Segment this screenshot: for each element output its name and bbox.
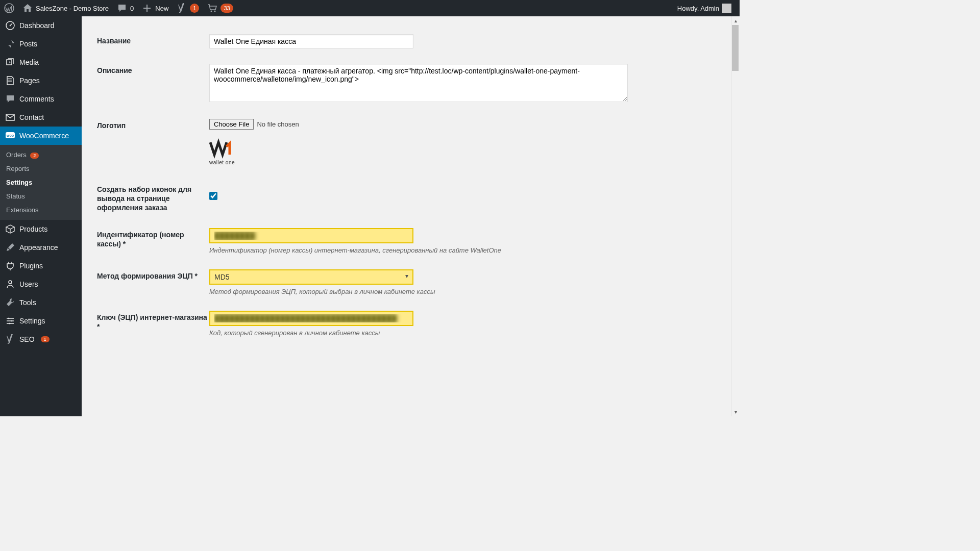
sidebar-item-comments[interactable]: Comments xyxy=(0,90,82,108)
sidebar-item-appearance[interactable]: Appearance xyxy=(0,238,82,257)
row-iconset: Создать набор иконок для вывода на стран… xyxy=(92,175,729,220)
sidebar-item-label: Settings xyxy=(19,317,45,325)
label-description: Описание xyxy=(97,64,209,75)
row-description: Описание Wallet One Единая касса - плате… xyxy=(92,56,729,111)
site-home[interactable]: SalesZone - Demo Store xyxy=(18,0,113,16)
sidebar-item-media[interactable]: Media xyxy=(0,53,82,71)
settings-content: Название Описание Wallet One Единая касс… xyxy=(82,16,740,416)
checkbox-iconset[interactable] xyxy=(209,192,217,200)
row-secret-key: Ключ (ЭЦП) интернет-магазина * Код, кото… xyxy=(92,303,729,344)
wp-logo[interactable] xyxy=(0,0,18,16)
pages-icon xyxy=(5,76,15,86)
new-label: New xyxy=(155,5,168,12)
sidebar-item-label: Plugins xyxy=(19,262,43,270)
sidebar-item-pages[interactable]: Pages xyxy=(0,71,82,90)
help-merchant-id: Индентификатор (номер кассы) интернет-ма… xyxy=(209,246,724,254)
howdy-text: Howdy, Admin xyxy=(677,5,719,12)
cart-badge: 33 xyxy=(220,4,233,13)
sidebar-item-label: Users xyxy=(19,280,38,288)
submenu-reports[interactable]: Reports xyxy=(0,162,82,176)
dashboard-icon xyxy=(5,20,15,31)
label-iconset: Создать набор иконок для вывода на стран… xyxy=(97,183,209,213)
mail-icon xyxy=(5,112,15,122)
orders-count-badge: 2 xyxy=(30,153,39,159)
svg-point-9 xyxy=(8,318,10,319)
woocommerce-submenu: Orders 2 Reports Settings Status Extensi… xyxy=(0,145,82,220)
walletone-logo-icon xyxy=(209,138,245,159)
sidebar-item-label: Tools xyxy=(19,298,36,307)
tools-icon xyxy=(5,297,15,308)
sidebar-item-posts[interactable]: Posts xyxy=(0,35,82,53)
products-icon xyxy=(5,224,15,234)
comments-icon xyxy=(5,94,15,104)
scrollbar-thumb[interactable] xyxy=(732,25,739,71)
yoast-badge: 1 xyxy=(190,4,199,13)
svg-point-1 xyxy=(211,11,212,12)
sidebar-item-label: Comments xyxy=(19,95,54,103)
textarea-description[interactable]: Wallet One Единая касса - платежный агре… xyxy=(209,64,628,102)
sidebar-item-contact[interactable]: Contact xyxy=(0,108,82,127)
scroll-up-icon[interactable]: ▴ xyxy=(731,16,740,25)
seo-icon xyxy=(5,334,15,344)
input-secret-key[interactable] xyxy=(209,311,413,326)
admin-bar: SalesZone - Demo Store 0 New 1 33 Howdy,… xyxy=(0,0,740,16)
new-content[interactable]: New xyxy=(138,0,173,16)
row-title: Название xyxy=(92,27,729,56)
svg-point-10 xyxy=(11,320,13,322)
sidebar-item-tools[interactable]: Tools xyxy=(0,293,82,312)
svg-point-4 xyxy=(10,25,11,27)
sidebar-item-label: SEO xyxy=(19,335,35,343)
sidebar-item-users[interactable]: Users xyxy=(0,275,82,293)
help-signature-method: Метод формирования ЭЦП, который выбран в… xyxy=(209,288,724,295)
svg-rect-5 xyxy=(6,114,14,120)
cart-link[interactable]: 33 xyxy=(203,0,237,16)
yoast-seo[interactable]: 1 xyxy=(173,0,203,16)
row-merchant-id: Индентификатор (номер кассы) * Индентифи… xyxy=(92,220,729,262)
select-signature-method[interactable]: MD5 xyxy=(209,269,413,285)
sidebar-item-products[interactable]: Products xyxy=(0,220,82,238)
svg-point-2 xyxy=(214,11,216,12)
no-file-text: No file chosen xyxy=(257,120,299,128)
sidebar-item-seo[interactable]: SEO 1 xyxy=(0,330,82,348)
submenu-orders[interactable]: Orders 2 xyxy=(0,148,82,162)
pin-icon xyxy=(5,39,15,49)
plus-icon xyxy=(142,3,152,13)
woocommerce-icon: woo xyxy=(5,131,15,141)
sidebar-item-label: Pages xyxy=(19,77,40,85)
comments-link[interactable]: 0 xyxy=(113,0,138,16)
my-account[interactable]: Howdy, Admin xyxy=(673,0,736,16)
choose-file-button[interactable]: Choose File xyxy=(209,119,254,130)
sidebar-item-settings[interactable]: Settings xyxy=(0,312,82,330)
seo-count-badge: 1 xyxy=(41,336,50,342)
svg-point-11 xyxy=(9,323,11,324)
yoast-icon xyxy=(177,3,187,13)
submenu-extensions[interactable]: Extensions xyxy=(0,203,82,217)
brush-icon xyxy=(5,242,15,253)
comment-icon xyxy=(117,3,127,13)
label-signature-method: Метод формирования ЭЦП * xyxy=(97,269,209,281)
input-title[interactable] xyxy=(209,34,413,48)
sidebar-item-woocommerce[interactable]: woo WooCommerce xyxy=(0,127,82,145)
sidebar-item-dashboard[interactable]: Dashboard xyxy=(0,16,82,35)
help-secret-key: Код, который сгенерирован в личном кабин… xyxy=(209,329,724,337)
label-logo: Логотип xyxy=(97,119,209,130)
sidebar-item-label: Posts xyxy=(19,40,37,48)
wordpress-icon xyxy=(4,3,14,13)
sidebar-item-label: Contact xyxy=(19,113,44,121)
row-signature-method: Метод формирования ЭЦП * MD5 Метод форми… xyxy=(92,262,729,303)
svg-point-8 xyxy=(9,281,12,284)
scroll-down-icon[interactable]: ▾ xyxy=(731,408,740,416)
home-icon xyxy=(22,3,33,13)
sidebar-item-label: Media xyxy=(19,58,39,66)
avatar xyxy=(722,4,731,13)
label-secret-key: Ключ (ЭЦП) интернет-магазина * xyxy=(97,311,209,331)
sidebar-item-plugins[interactable]: Plugins xyxy=(0,257,82,275)
label-title: Название xyxy=(97,34,209,45)
scrollbar[interactable]: ▴ ▾ xyxy=(731,16,740,416)
sidebar-item-label: Dashboard xyxy=(19,21,55,30)
submenu-settings[interactable]: Settings xyxy=(0,176,82,189)
comments-count: 0 xyxy=(130,5,134,12)
submenu-status[interactable]: Status xyxy=(0,189,82,203)
logo-preview: wallet one xyxy=(209,136,249,167)
input-merchant-id[interactable] xyxy=(209,228,413,243)
